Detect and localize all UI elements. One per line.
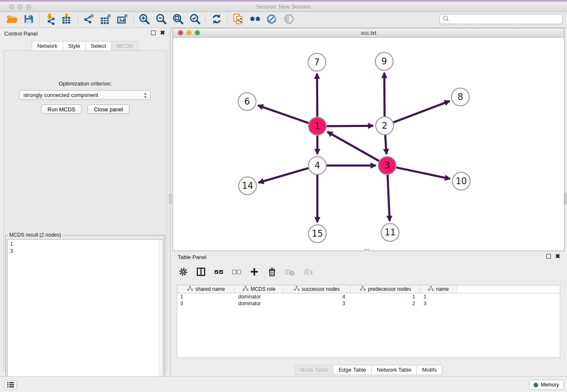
result-scrollbar[interactable] <box>159 240 163 390</box>
add-column-button[interactable] <box>248 266 261 279</box>
memory-button[interactable]: Memory <box>529 380 564 390</box>
cell-successor-nodes[interactable]: 3 <box>283 300 351 307</box>
gear-button[interactable] <box>177 266 190 279</box>
node-9[interactable]: 9 <box>375 52 393 70</box>
tab-motifs[interactable]: Motifs <box>417 365 442 375</box>
search-input[interactable] <box>451 16 562 22</box>
svg-text:1: 1 <box>314 121 320 131</box>
node-3[interactable]: 3 <box>378 157 396 174</box>
cell-MCDS-role[interactable]: dominator <box>235 300 283 307</box>
tab-mcds[interactable]: MCDS <box>112 41 138 51</box>
network-canvas[interactable]: 7968124314101511 <box>173 38 564 251</box>
table-row[interactable]: 1dominator411 <box>177 293 560 300</box>
network-window-titlebar[interactable]: × − + scc.txt <box>173 28 564 38</box>
tab-node-table[interactable]: Node Table <box>295 365 334 375</box>
float-table-panel-icon[interactable] <box>546 254 551 259</box>
delete-column-button[interactable] <box>266 266 278 279</box>
node-6[interactable]: 6 <box>238 93 256 110</box>
column-header-MCDS-role[interactable]: MCDS role <box>235 285 283 293</box>
edge-3-1[interactable] <box>328 132 379 161</box>
open-session-button[interactable] <box>3 13 20 27</box>
table-row[interactable]: 3dominator323 <box>177 300 560 307</box>
node-table[interactable]: shared nameMCDS rolesuccessor nodesprede… <box>177 285 560 358</box>
edge-1-7[interactable] <box>317 74 317 117</box>
node-15[interactable]: 15 <box>308 225 326 243</box>
select-all-icon <box>214 267 224 278</box>
float-panel-icon[interactable] <box>151 30 156 35</box>
task-history-button[interactable] <box>4 380 17 389</box>
svg-text:f(x): f(x) <box>303 268 313 276</box>
cell-shared-name[interactable]: 3 <box>177 300 235 307</box>
cell-shared-name[interactable]: 1 <box>177 293 235 300</box>
svg-text:4: 4 <box>314 160 320 171</box>
search-box[interactable] <box>439 14 563 24</box>
tab-select[interactable]: Select <box>86 41 112 51</box>
save-session-button[interactable] <box>20 13 37 27</box>
cell-predecessor-nodes[interactable]: 1 <box>351 293 421 300</box>
tab-network-table[interactable]: Network Table <box>372 365 417 375</box>
edge-3-10[interactable] <box>396 168 450 179</box>
column-header-shared-name[interactable]: shared name <box>177 285 235 293</box>
home-button[interactable] <box>247 13 264 27</box>
node-1[interactable]: 1 <box>308 117 326 135</box>
node-4[interactable]: 4 <box>308 157 326 174</box>
layout-refresh-button[interactable] <box>208 13 225 27</box>
edge-1-2[interactable] <box>327 126 373 126</box>
criterion-select[interactable]: strongly connected component <box>19 90 151 100</box>
left-splitter-handle[interactable] <box>169 194 172 204</box>
unselect-all-button[interactable] <box>230 266 243 279</box>
close-table-panel-icon[interactable]: ✖ <box>555 254 560 259</box>
zoom-fit-button[interactable] <box>170 13 187 27</box>
cell-MCDS-role[interactable]: dominator <box>235 293 283 300</box>
column-header-successor-nodes[interactable]: successor nodes <box>283 285 351 293</box>
node-2[interactable]: 2 <box>376 117 394 135</box>
delete-table-disabled-button <box>284 266 296 279</box>
export-image-button[interactable] <box>114 13 131 27</box>
close-panel-icon[interactable]: ✖ <box>160 30 165 35</box>
zoom-selected-button[interactable] <box>187 13 204 27</box>
cell-name[interactable]: 3 <box>421 300 457 307</box>
cell-successor-nodes[interactable]: 4 <box>283 293 351 300</box>
select-all-button[interactable] <box>212 266 225 279</box>
export-network-button[interactable] <box>80 13 97 27</box>
mcds-result-text[interactable]: 1 3 <box>7 239 163 390</box>
import-network-button[interactable] <box>42 13 59 27</box>
zoom-in-button[interactable] <box>136 13 153 27</box>
toolbar-separator <box>227 14 228 26</box>
node-14[interactable]: 14 <box>239 177 256 195</box>
tab-edge-table[interactable]: Edge Table <box>333 365 372 375</box>
export-table-button[interactable] <box>97 13 114 27</box>
edge-2-8[interactable] <box>394 101 450 123</box>
node-7[interactable]: 7 <box>308 53 326 71</box>
node-10[interactable]: 10 <box>452 172 470 190</box>
app-titlebar[interactable]: Session: New Session <box>0 2 567 12</box>
column-type-icon <box>428 286 434 293</box>
svg-text:8: 8 <box>457 92 463 102</box>
eye-disabled-button[interactable] <box>281 13 297 27</box>
edge-4-14[interactable] <box>259 168 308 182</box>
cell-predecessor-nodes[interactable]: 2 <box>351 300 421 307</box>
hide-style-button[interactable] <box>264 13 281 27</box>
column-header-predecessor-nodes[interactable]: predecessor nodes <box>351 285 421 293</box>
zoom-out-button[interactable] <box>153 13 170 27</box>
run-mcds-button[interactable]: Run MCDS <box>41 105 82 114</box>
tab-style[interactable]: Style <box>63 41 86 51</box>
import-table-button[interactable] <box>59 13 76 27</box>
right-splitter-handle[interactable] <box>564 193 567 204</box>
function-builder-disabled-icon: f(x) <box>303 267 313 278</box>
column-header-name[interactable]: name <box>421 285 457 293</box>
edge-1-6[interactable] <box>258 105 309 123</box>
node-8[interactable]: 8 <box>451 88 469 106</box>
columns-button[interactable] <box>195 266 207 279</box>
edge-2-3[interactable] <box>385 135 386 154</box>
cell-name[interactable]: 1 <box>421 293 457 300</box>
node-11[interactable]: 11 <box>381 224 399 241</box>
zoom-in-icon <box>138 13 150 26</box>
duplicate-network-button[interactable] <box>230 13 247 27</box>
network-graph[interactable]: 7968124314101511 <box>173 38 564 251</box>
network-view-window[interactable]: × − + scc.txt 7968124314101511 <box>173 28 564 251</box>
edge-2-9[interactable] <box>384 73 385 116</box>
tab-network[interactable]: Network <box>32 41 63 51</box>
edge-3-11[interactable] <box>388 175 390 221</box>
close-panel-button[interactable]: Close panel <box>88 105 129 114</box>
